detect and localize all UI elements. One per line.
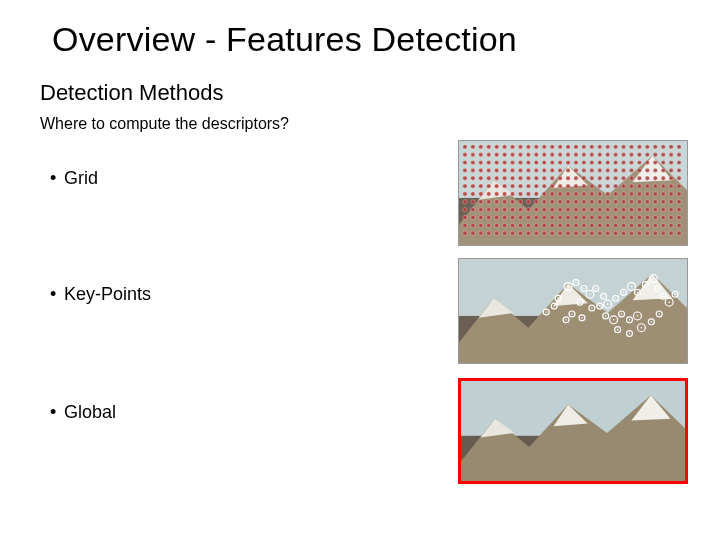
svg-point-225 (645, 200, 649, 204)
svg-point-158 (558, 184, 562, 188)
svg-point-130 (558, 176, 562, 180)
svg-point-180 (510, 192, 514, 196)
svg-point-417 (565, 319, 567, 321)
svg-point-126 (526, 176, 530, 180)
svg-point-254 (653, 208, 657, 212)
svg-point-78 (590, 160, 594, 164)
svg-point-8 (479, 145, 483, 149)
svg-point-315 (471, 231, 475, 235)
svg-point-139 (629, 176, 633, 180)
svg-point-283 (661, 215, 665, 219)
svg-point-337 (645, 231, 649, 235)
svg-point-167 (629, 184, 633, 188)
svg-point-214 (558, 200, 562, 204)
svg-point-268 (542, 215, 546, 219)
svg-point-25 (613, 145, 617, 149)
svg-point-330 (590, 231, 594, 235)
svg-point-316 (479, 231, 483, 235)
svg-point-312 (669, 223, 673, 227)
svg-point-43 (534, 153, 538, 157)
svg-point-26 (621, 145, 625, 149)
svg-point-65 (487, 160, 491, 164)
svg-point-140 (637, 176, 641, 180)
svg-point-307 (629, 223, 633, 227)
svg-point-21 (582, 145, 586, 149)
svg-point-306 (621, 223, 625, 227)
svg-point-261 (487, 215, 491, 219)
svg-point-135 (598, 176, 602, 180)
svg-point-83 (629, 160, 633, 164)
svg-point-264 (510, 215, 514, 219)
svg-point-191 (598, 192, 602, 196)
svg-point-351 (575, 282, 577, 284)
svg-point-74 (558, 160, 562, 164)
svg-point-110 (621, 168, 625, 172)
svg-point-349 (567, 286, 569, 288)
svg-point-371 (645, 284, 647, 286)
svg-point-56 (637, 153, 641, 157)
svg-point-82 (621, 160, 625, 164)
svg-point-119 (471, 176, 475, 180)
svg-point-176 (479, 192, 483, 196)
svg-point-259 (471, 215, 475, 219)
svg-point-154 (526, 184, 530, 188)
svg-point-111 (629, 168, 633, 172)
svg-point-151 (502, 184, 506, 188)
svg-point-253 (645, 208, 649, 212)
svg-point-38 (494, 153, 498, 157)
svg-point-22 (590, 145, 594, 149)
svg-point-310 (653, 223, 657, 227)
svg-point-334 (621, 231, 625, 235)
svg-point-177 (487, 192, 491, 196)
svg-point-144 (669, 176, 673, 180)
svg-point-73 (550, 160, 554, 164)
svg-point-295 (534, 223, 538, 227)
svg-point-269 (550, 215, 554, 219)
figure-global (458, 378, 688, 484)
svg-point-175 (471, 192, 475, 196)
svg-point-85 (645, 160, 649, 164)
svg-point-161 (582, 184, 586, 188)
svg-point-155 (534, 184, 538, 188)
svg-point-69 (518, 160, 522, 164)
svg-point-115 (661, 168, 665, 172)
svg-point-293 (518, 223, 522, 227)
svg-point-198 (653, 192, 657, 196)
svg-point-321 (518, 231, 522, 235)
svg-point-288 (479, 223, 483, 227)
svg-point-217 (582, 200, 586, 204)
svg-point-369 (637, 292, 639, 294)
svg-point-206 (494, 200, 498, 204)
svg-point-302 (590, 223, 594, 227)
svg-point-202 (463, 200, 467, 204)
svg-point-229 (677, 200, 681, 204)
svg-point-88 (669, 160, 673, 164)
svg-point-52 (606, 153, 610, 157)
svg-point-277 (613, 215, 617, 219)
svg-point-66 (494, 160, 498, 164)
svg-point-241 (550, 208, 554, 212)
svg-point-137 (613, 176, 617, 180)
svg-point-123 (502, 176, 506, 180)
svg-point-99 (534, 168, 538, 172)
svg-point-133 (582, 176, 586, 180)
svg-point-373 (653, 278, 655, 280)
svg-point-10 (494, 145, 498, 149)
svg-point-13 (518, 145, 522, 149)
svg-point-222 (621, 200, 625, 204)
svg-point-131 (566, 176, 570, 180)
svg-point-294 (526, 223, 530, 227)
svg-point-53 (613, 153, 617, 157)
svg-point-247 (598, 208, 602, 212)
svg-point-117 (677, 168, 681, 172)
svg-point-42 (526, 153, 530, 157)
svg-point-24 (606, 145, 610, 149)
svg-point-322 (526, 231, 530, 235)
svg-point-132 (574, 176, 578, 180)
svg-point-37 (487, 153, 491, 157)
svg-point-292 (510, 223, 514, 227)
svg-point-19 (566, 145, 570, 149)
svg-point-258 (463, 215, 467, 219)
svg-point-279 (629, 215, 633, 219)
svg-point-121 (487, 176, 491, 180)
